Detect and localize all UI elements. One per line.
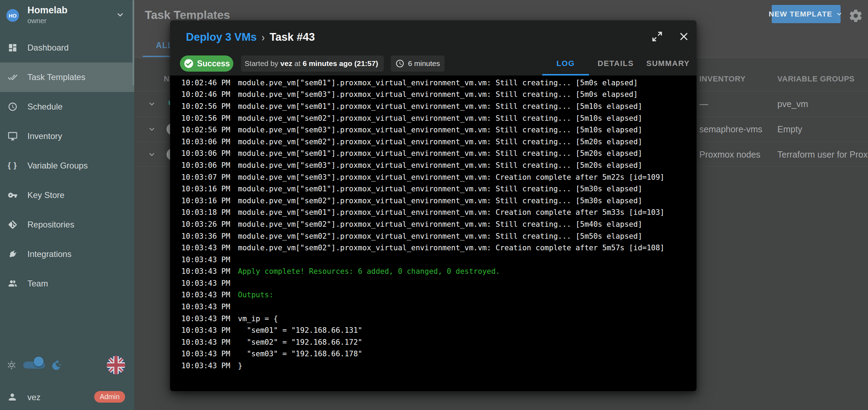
gear-icon[interactable] <box>848 8 863 23</box>
started-chip: Started by vez at 6 minutes ago (21:57) <box>241 55 384 72</box>
sidebar-item-label: Dashboard <box>27 43 69 53</box>
log-line: 10:03:06 PMmodule.pve_vm["sem02"].proxmo… <box>170 136 697 148</box>
tab-log[interactable]: LOG <box>542 55 589 72</box>
log-line: 10:03:43 PM <box>170 254 697 266</box>
log-timestamp: 10:03:43 PM <box>181 338 238 346</box>
variable-groups-icon: { } <box>8 161 18 171</box>
log-timestamp: 10:03:43 PM <box>181 315 238 323</box>
status-label: Success <box>197 59 230 68</box>
log-message: module.pve_vm["sem02"].proxmox_virtual_e… <box>238 244 665 252</box>
log-line: 10:03:07 PMmodule.pve_vm["sem03"].proxmo… <box>170 171 697 183</box>
log-output[interactable]: 10:02:46 PMmodule.pve_vm["sem01"].proxmo… <box>170 75 697 372</box>
breadcrumb-template-link[interactable]: Deploy 3 VMs <box>186 31 257 44</box>
team-avatar: HO <box>6 9 19 22</box>
expand-icon[interactable] <box>651 30 663 43</box>
sidebar: HO Homelab owner Dashboard Task Template… <box>0 0 134 410</box>
integrations-icon <box>8 249 18 259</box>
log-line: 10:03:43 PM <box>170 277 697 289</box>
log-line: 10:02:46 PMmodule.pve_vm["sem03"].proxmo… <box>170 89 697 101</box>
close-icon[interactable] <box>678 30 690 43</box>
sidebar-scrollbar[interactable] <box>132 0 134 85</box>
team-switcher[interactable]: HO Homelab owner <box>0 0 134 30</box>
log-line: 10:03:43 PM "sem02" = "192.168.66.172" <box>170 336 697 348</box>
log-panel: 10:02:46 PMmodule.pve_vm["sem01"].proxmo… <box>170 75 697 391</box>
log-timestamp: 10:03:43 PM <box>181 326 238 335</box>
user-row[interactable]: vez Admin <box>0 388 134 406</box>
log-timestamp: 10:03:43 PM <box>181 350 238 358</box>
sidebar-item-label: Team <box>27 279 48 289</box>
log-message: module.pve_vm["sem02"].proxmox_virtual_e… <box>238 138 642 146</box>
cell-variable-groups: pve_vm <box>777 99 808 109</box>
log-message: module.pve_vm["sem02"].proxmox_virtual_e… <box>238 197 642 205</box>
dark-mode-toggle-knob[interactable] <box>34 357 44 366</box>
sidebar-item-variable-groups[interactable]: { } Variable Groups <box>0 151 134 180</box>
key-store-icon <box>8 190 18 200</box>
log-message: module.pve_vm["sem01"].proxmox_virtual_e… <box>238 79 638 87</box>
chevron-down-icon <box>835 10 843 18</box>
log-timestamp: 10:03:43 PM <box>181 362 238 370</box>
log-line: 10:03:18 PMmodule.pve_vm["sem01"].proxmo… <box>170 207 697 219</box>
log-message: "sem03" = "192.168.66.178" <box>238 350 362 358</box>
repositories-icon <box>8 220 18 230</box>
modal-breadcrumb: Deploy 3 VMs › Task #43 <box>186 31 315 44</box>
log-line: 10:02:56 PMmodule.pve_vm["sem02"].proxmo… <box>170 112 697 124</box>
cell-variable-groups: Terraform user for Proxmox <box>777 150 868 160</box>
log-message: module.pve_vm["sem01"].proxmox_virtual_e… <box>238 208 665 217</box>
log-message: module.pve_vm["sem03"].proxmox_virtual_e… <box>238 173 665 181</box>
sidebar-item-team[interactable]: Team <box>0 269 134 298</box>
sidebar-item-inventory[interactable]: Inventory <box>0 121 134 151</box>
sidebar-item-integrations[interactable]: Integrations <box>0 239 134 269</box>
duration-label: 6 minutes <box>408 59 440 68</box>
cell-inventory: — <box>699 99 708 109</box>
log-message: module.pve_vm["sem02"].proxmox_virtual_e… <box>238 114 642 123</box>
log-timestamp: 10:03:43 PM <box>181 267 238 276</box>
log-message: Outputs: <box>238 291 273 299</box>
app: Task Templates NEW TEMPLATE ALL NAME INV… <box>0 0 868 410</box>
sidebar-item-label: Schedule <box>27 102 63 112</box>
team-name: Homelab <box>27 5 67 16</box>
tab-details[interactable]: DETAILS <box>591 55 640 72</box>
started-mid: at <box>294 59 301 68</box>
log-timestamp: 10:03:16 PM <box>181 197 238 205</box>
log-message: module.pve_vm["sem01"].proxmox_virtual_e… <box>238 102 642 111</box>
log-line: 10:03:06 PMmodule.pve_vm["sem03"].proxmo… <box>170 159 697 171</box>
sidebar-item-key-store[interactable]: Key Store <box>0 180 134 210</box>
new-template-button[interactable]: NEW TEMPLATE <box>772 5 841 23</box>
log-message: module.pve_vm["sem01"].proxmox_virtual_e… <box>238 149 642 158</box>
cell-inventory: semaphore-vms <box>699 124 762 134</box>
user-name: vez <box>27 392 40 402</box>
sidebar-item-dashboard[interactable]: Dashboard <box>0 33 134 62</box>
theme-language-row <box>0 354 134 376</box>
log-message: module.pve_vm["sem02"].proxmox_virtual_e… <box>238 232 642 240</box>
row-expand-icon[interactable] <box>147 150 157 159</box>
log-line: 10:03:26 PMmodule.pve_vm["sem02"].proxmo… <box>170 218 697 230</box>
log-line: 10:03:43 PM <box>170 301 697 313</box>
started-prefix: Started by <box>245 59 278 68</box>
log-message: vm_ip = { <box>238 315 278 323</box>
sidebar-item-label: Repositories <box>27 220 74 230</box>
task-modal: Deploy 3 VMs › Task #43 Success Started … <box>170 20 697 391</box>
sidebar-item-schedule[interactable]: Schedule <box>0 92 134 121</box>
log-timestamp: 10:02:56 PM <box>181 102 238 111</box>
log-line: 10:03:43 PMmodule.pve_vm["sem02"].proxmo… <box>170 242 697 254</box>
sidebar-item-task-templates[interactable]: Task Templates <box>0 62 134 92</box>
log-line: 10:02:56 PMmodule.pve_vm["sem01"].proxmo… <box>170 100 697 112</box>
row-expand-icon[interactable] <box>147 124 157 134</box>
log-timestamp: 10:03:43 PM <box>181 279 238 287</box>
log-timestamp: 10:02:46 PM <box>181 90 238 99</box>
tab-summary[interactable]: SUMMARY <box>642 55 694 72</box>
log-message: module.pve_vm["sem02"].proxmox_virtual_e… <box>238 220 642 229</box>
log-line: 10:03:43 PM} <box>170 360 697 372</box>
row-expand-icon[interactable] <box>147 99 157 109</box>
uk-flag-icon[interactable] <box>106 355 126 375</box>
sidebar-item-repositories[interactable]: Repositories <box>0 210 134 239</box>
team-icon <box>8 279 18 289</box>
log-message: module.pve_vm["sem01"].proxmox_virtual_e… <box>238 185 642 193</box>
sidebar-item-label: Key Store <box>27 190 64 200</box>
sidebar-item-label: Task Templates <box>27 72 85 82</box>
log-timestamp: 10:02:56 PM <box>181 126 238 134</box>
log-message: module.pve_vm["sem03"].proxmox_virtual_e… <box>238 90 638 99</box>
log-timestamp: 10:03:06 PM <box>181 138 238 146</box>
log-timestamp: 10:03:16 PM <box>181 185 238 193</box>
task-templates-icon <box>8 72 18 82</box>
